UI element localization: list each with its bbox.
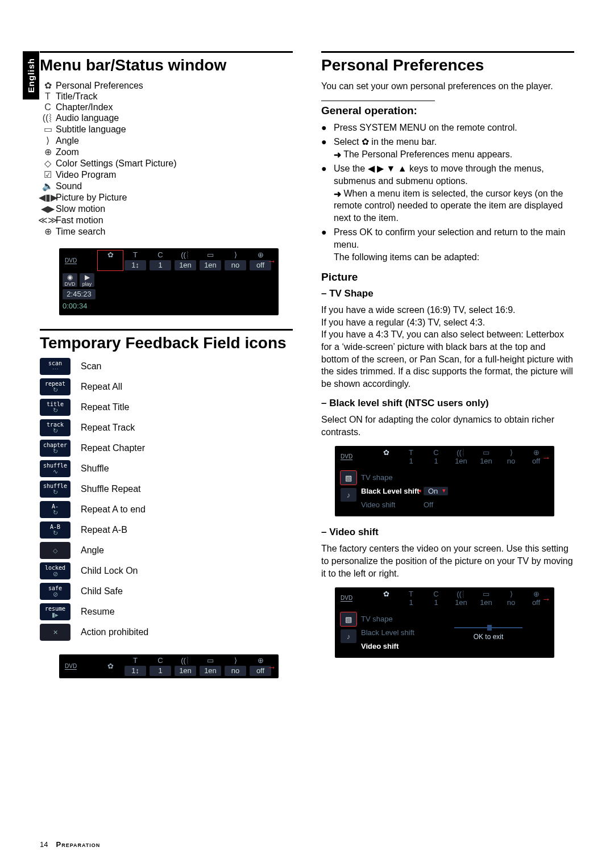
- menubar-cell: C1: [148, 251, 173, 270]
- cell-icon: ⟩: [510, 590, 513, 598]
- menubar-cell: ▭1en: [474, 590, 499, 607]
- menu-item-label: Picture by Picture: [56, 193, 127, 203]
- feedback-label: Resume: [81, 607, 115, 617]
- menubar-cell: C1: [148, 657, 173, 676]
- cell-icon: ⊕: [258, 251, 264, 259]
- menubar-cell: C1: [424, 590, 449, 607]
- feedback-label: Action prohibited: [81, 627, 148, 637]
- feedback-chip: scan⋯: [40, 358, 70, 375]
- cell-value: 1: [150, 260, 171, 270]
- menu-item-label: Fast motion: [56, 215, 103, 226]
- feedback-item: track↻Repeat Track: [40, 419, 293, 436]
- menu-item: ⟩Angle: [40, 135, 293, 146]
- feedback-label: Repeat Track: [81, 423, 135, 433]
- feedback-label: Repeat All: [81, 382, 122, 392]
- cell-value: no: [225, 260, 246, 270]
- cell-icon: ⟩: [234, 657, 237, 665]
- osd-option-label: Black Level shift: [361, 487, 424, 495]
- feedback-item: scan⋯Scan: [40, 358, 293, 375]
- menu-item-icon: ✿: [40, 80, 56, 91]
- cell-icon: C: [157, 657, 163, 665]
- feedback-chip: track↻: [40, 419, 70, 436]
- menu-item-icon: ((⦚: [40, 113, 56, 123]
- cell-icon: ⟩: [234, 251, 237, 259]
- menubar-cell: T1: [399, 590, 424, 607]
- cell-icon: ⊕: [533, 590, 540, 598]
- menubar-cell: T1↕: [123, 251, 148, 270]
- cell-value: 1en: [175, 666, 196, 676]
- feedback-chip: repeat↻: [40, 378, 70, 395]
- menu-item-label: Personal Preferences: [56, 81, 143, 91]
- cell-value: 1↕: [125, 666, 146, 676]
- page-footer: 14 Preparation: [40, 840, 100, 849]
- feedback-item: ◇Angle: [40, 542, 293, 559]
- cell-icon: ⊕: [258, 657, 264, 665]
- cell-value: 1: [425, 457, 447, 465]
- cell-icon: ▭: [207, 657, 214, 665]
- menu-item: ◀▮▶Picture by Picture: [40, 192, 293, 203]
- cell-value: 1: [425, 598, 447, 607]
- play-chip: ▶ play: [80, 273, 94, 287]
- menubar-cell: ((⦚1en: [449, 448, 474, 465]
- video-shift-slider: [454, 627, 522, 628]
- osd-option-label: Video shift: [361, 642, 424, 650]
- feedback-chip: title↻: [40, 399, 70, 416]
- feedback-chip: ✕: [40, 624, 70, 641]
- cell-value: 1en: [450, 598, 472, 607]
- menu-item-icon: ≪≫: [40, 215, 56, 226]
- menu-item: ▭Subtitle language: [40, 124, 293, 135]
- cell-icon: C: [157, 251, 163, 259]
- menubar-cell: ((⦚1en: [173, 251, 198, 270]
- cell-icon: ⊕: [533, 448, 540, 457]
- feedback-chip: shuffle↻: [40, 481, 70, 498]
- cell-value: 1: [400, 598, 422, 607]
- menubar-cell: ▭1en: [474, 448, 499, 465]
- disc-label: DVD: [341, 453, 352, 460]
- osd-option-row: Black Level shift: [361, 626, 424, 639]
- feedback-label: Repeat Chapter: [81, 443, 145, 453]
- heading-picture: Picture: [321, 271, 574, 283]
- feedback-label: Shuffle Repeat: [81, 484, 141, 494]
- menubar-cell: ((⦚1en: [449, 590, 474, 607]
- cell-value: no: [500, 457, 522, 465]
- heading-feedback-icons: Temporary Feedback Field icons: [40, 329, 293, 352]
- menu-item-label: Angle: [56, 136, 79, 146]
- heading-menu-bar: Menu bar/Status window: [40, 51, 293, 74]
- cell-icon: C: [433, 590, 438, 598]
- dvd-chip: ◉ DVD: [63, 273, 77, 287]
- sound-tab-icon: ♪: [341, 488, 356, 502]
- menu-item-label: Chapter/Index: [56, 102, 113, 112]
- menu-item: TTitle/Track: [40, 91, 293, 102]
- menu-item: CChapter/Index: [40, 102, 293, 112]
- feedback-chip: ◇: [40, 542, 70, 559]
- left-column: Menu bar/Status window ✿Personal Prefere…: [40, 51, 293, 845]
- menu-item-icon: ⊕: [40, 226, 56, 237]
- disc-label: DVD: [65, 257, 77, 264]
- elapsed-time: 2:45:23: [63, 289, 96, 299]
- menubar-cell: C1: [424, 448, 449, 465]
- cell-icon: ✿: [383, 448, 389, 457]
- feedback-label: Child Lock On: [81, 566, 138, 576]
- cell-value: 1en: [175, 260, 196, 270]
- feedback-item: ✕Action prohibited: [40, 624, 293, 641]
- feedback-item: shuffle∿Shuffle: [40, 460, 293, 477]
- step-item: ●Press SYSTEM MENU on the remote control…: [321, 122, 574, 134]
- tv-shape-text: If you have a wide screen (16:9) TV, sel…: [321, 304, 574, 390]
- menu-item: ◇Color Settings (Smart Picture): [40, 158, 293, 169]
- menu-item-icon: ◀▮▶: [40, 192, 56, 203]
- feedback-chip: chapter↻: [40, 440, 70, 457]
- osd-option-value: On: [424, 487, 448, 495]
- menu-item-icon: ▭: [40, 124, 56, 135]
- menubar-cell: ✿: [98, 251, 123, 270]
- menubar-cell: ⟩no: [499, 448, 524, 465]
- osd-option-row: TV shape: [361, 612, 424, 625]
- cell-icon: T: [133, 251, 138, 259]
- cell-icon: ((⦚: [181, 251, 190, 259]
- osd-option-row: Video shift: [361, 640, 424, 652]
- menubar-cell: ⟩no: [499, 590, 524, 607]
- picture-tab-icon: ▧: [341, 612, 356, 626]
- cell-value: no: [500, 598, 522, 607]
- section-name: Preparation: [56, 840, 100, 849]
- osd-option-row: Video shiftOff: [361, 498, 448, 511]
- menubar-cell: ▭1en: [198, 657, 223, 676]
